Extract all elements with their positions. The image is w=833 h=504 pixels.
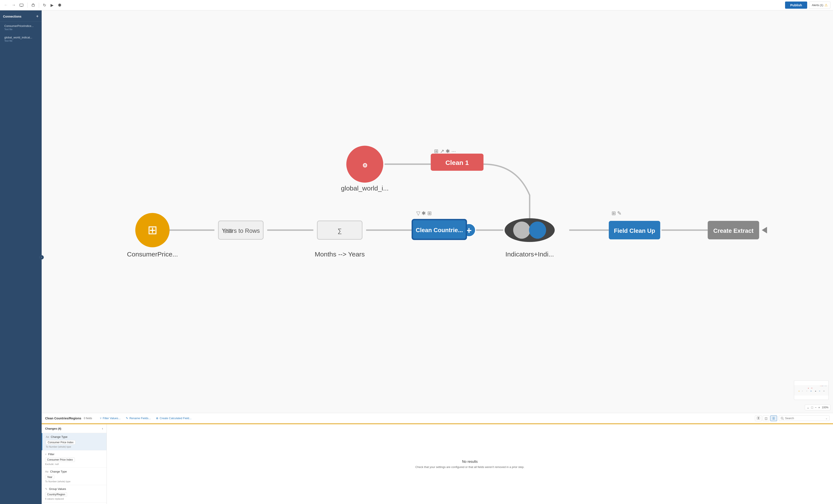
flow-svg: Years --> Years to Clean Countries --> +… bbox=[42, 10, 833, 413]
sidebar-item-global[interactable]: global_world_indicat... Text file bbox=[1, 33, 40, 44]
run-button[interactable]: ▶ bbox=[49, 2, 55, 8]
minimap-chevron-button[interactable]: ⌄ bbox=[807, 406, 809, 409]
view-table-button[interactable]: ◫ bbox=[763, 415, 769, 421]
svg-point-20 bbox=[135, 213, 170, 247]
svg-text:Clean Countrie...: Clean Countrie... bbox=[415, 227, 463, 234]
alert-icon: ⚠ bbox=[825, 3, 828, 7]
svg-rect-63 bbox=[759, 417, 760, 419]
view-split-button[interactable] bbox=[755, 415, 762, 421]
change-type-icon-3: Aα bbox=[45, 470, 48, 473]
svg-point-13 bbox=[346, 146, 383, 183]
svg-text:+: + bbox=[466, 225, 472, 235]
svg-text:⊞ ✎: ⊞ ✎ bbox=[612, 210, 622, 216]
publish-button[interactable]: Publish bbox=[785, 1, 807, 9]
change-item-2[interactable]: ▿ Filter Consumer Price Index Exclude: n… bbox=[42, 450, 106, 468]
view-list-button[interactable]: ☰ bbox=[770, 415, 777, 421]
no-results-title: No results bbox=[462, 460, 478, 464]
changes-title: Changes (4) bbox=[45, 427, 61, 430]
minimap-controls: ⌄ □ − + 100% bbox=[805, 405, 830, 410]
svg-marker-41 bbox=[762, 227, 767, 233]
calc-icon: ⊕ bbox=[156, 416, 158, 420]
filter-icon-2: ▿ bbox=[45, 453, 46, 456]
svg-text:Clean 1: Clean 1 bbox=[445, 159, 469, 166]
change-item-1[interactable]: Aα Change Type Consumer Price Index To N… bbox=[42, 433, 106, 450]
change-tag-4: Country/Region bbox=[45, 492, 67, 497]
svg-rect-18 bbox=[431, 147, 483, 157]
divider-2 bbox=[39, 3, 39, 8]
main-layout: ‹ Connections + ConsumerPriceIndice... T… bbox=[0, 10, 833, 504]
svg-text:⊞: ⊞ bbox=[147, 223, 158, 237]
change-desc-3: To Number (whole) type bbox=[45, 480, 103, 483]
canvas-area: Years --> Years to Clean Countries --> +… bbox=[42, 10, 833, 504]
add-step-button[interactable] bbox=[30, 3, 36, 8]
sidebar-header: Connections + bbox=[0, 10, 42, 22]
search-container: ⌄ bbox=[779, 415, 830, 421]
svg-point-43 bbox=[808, 388, 809, 389]
changes-panel: Changes (4) ‹ Aα Change Type Consumer Pr… bbox=[42, 424, 107, 504]
sidebar-item-consumer[interactable]: ConsumerPriceIndice... Text file bbox=[1, 22, 40, 33]
nav-buttons: ← → bbox=[3, 2, 25, 8]
change-item-header-2: ▿ Filter bbox=[45, 453, 103, 456]
sidebar-title: Connections bbox=[3, 15, 22, 18]
svg-point-52 bbox=[820, 386, 820, 386]
search-input[interactable] bbox=[785, 416, 824, 420]
present-button[interactable] bbox=[18, 3, 25, 7]
sidebar-collapse-button[interactable]: ‹ bbox=[40, 255, 44, 260]
connection-name-1: ConsumerPriceIndice... bbox=[4, 24, 37, 28]
svg-rect-46 bbox=[802, 391, 803, 391]
change-item-header-4: ✎ Group Values bbox=[45, 487, 103, 490]
change-item-header-1: Aα Change Type bbox=[46, 435, 103, 438]
create-calculated-field-label: Create Calculated Field... bbox=[160, 416, 192, 420]
change-label-2: Filter bbox=[48, 453, 54, 456]
panel-content: Changes (4) ‹ Aα Change Type Consumer Pr… bbox=[42, 424, 833, 504]
svg-text:▽⊞: ▽⊞ bbox=[223, 227, 233, 234]
alerts-label: Alerts (1) bbox=[812, 3, 823, 7]
svg-rect-44 bbox=[811, 388, 812, 388]
rename-fields-button[interactable]: ✎ Rename Fields... bbox=[123, 415, 153, 421]
forward-button[interactable]: → bbox=[10, 2, 17, 8]
change-item-3[interactable]: Aα Change Type Year To Number (whole) ty… bbox=[42, 468, 106, 485]
svg-point-53 bbox=[820, 386, 821, 386]
zoom-in-button[interactable]: + bbox=[818, 406, 820, 409]
changes-collapse-button[interactable]: ‹ bbox=[102, 427, 103, 430]
svg-point-34 bbox=[529, 221, 546, 239]
flow-canvas[interactable]: Years --> Years to Clean Countries --> +… bbox=[42, 10, 833, 413]
svg-point-33 bbox=[513, 221, 530, 239]
filter-values-button[interactable]: ▿ Filter Values... bbox=[97, 415, 123, 421]
panel-toolbar: Clean Countries/Regions 0 fields ▿ Filte… bbox=[42, 413, 833, 424]
change-type-icon-1: Aα bbox=[46, 435, 49, 438]
search-dropdown-icon[interactable]: ⌄ bbox=[826, 417, 828, 420]
bottom-panel: Clean Countries/Regions 0 fields ▿ Filte… bbox=[42, 413, 833, 504]
refresh-button[interactable]: ↻ bbox=[42, 2, 48, 8]
filter-icon: ▿ bbox=[100, 416, 101, 420]
connection-type-1: Text file bbox=[4, 28, 37, 30]
svg-rect-42 bbox=[794, 385, 829, 395]
fit-view-button[interactable]: □ bbox=[811, 406, 813, 409]
back-button[interactable]: ← bbox=[3, 2, 9, 8]
svg-text:ConsumerPrice...: ConsumerPrice... bbox=[127, 250, 178, 258]
svg-point-49 bbox=[815, 391, 816, 392]
svg-text:⊞ ↗ ✱ ···: ⊞ ↗ ✱ ··· bbox=[434, 148, 456, 154]
change-item-4[interactable]: ✎ Group Values Country/Region 6 values r… bbox=[42, 485, 106, 503]
svg-rect-16 bbox=[431, 153, 483, 171]
changes-header: Changes (4) ‹ bbox=[42, 424, 106, 433]
no-results-desc: Check that your settings are configured … bbox=[415, 465, 525, 469]
alerts-button[interactable]: Alerts (1) ⚠ bbox=[809, 1, 830, 9]
change-desc-4: 6 values replaced bbox=[45, 498, 103, 500]
svg-rect-61 bbox=[826, 386, 827, 386]
svg-text:Years to Rows: Years to Rows bbox=[222, 227, 260, 234]
svg-rect-0 bbox=[20, 4, 23, 6]
minimap bbox=[794, 380, 829, 400]
minimap-svg bbox=[794, 381, 829, 400]
svg-point-32 bbox=[505, 218, 555, 242]
schedule-button[interactable]: ⚉ bbox=[56, 2, 63, 8]
svg-point-11 bbox=[462, 223, 476, 237]
change-label-1: Change Type bbox=[51, 435, 68, 438]
sidebar: ‹ Connections + ConsumerPriceIndice... T… bbox=[0, 10, 42, 504]
create-calculated-field-button[interactable]: ⊕ Create Calculated Field... bbox=[153, 415, 194, 421]
svg-rect-62 bbox=[757, 417, 758, 419]
svg-text:∑: ∑ bbox=[337, 227, 342, 234]
zoom-out-button[interactable]: − bbox=[815, 406, 816, 409]
svg-line-65 bbox=[783, 419, 784, 419]
add-connection-button[interactable]: + bbox=[36, 14, 39, 19]
